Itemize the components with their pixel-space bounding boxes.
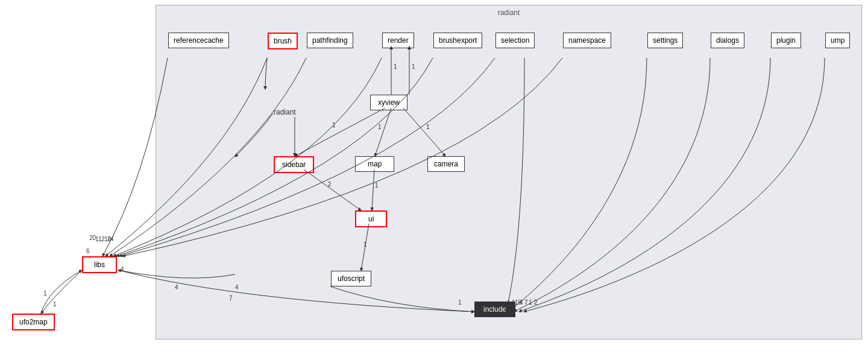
node-namespace: namespace xyxy=(563,33,611,48)
node-libs: libs xyxy=(82,256,117,273)
node-settings: settings xyxy=(647,33,683,48)
svg-text:4: 4 xyxy=(121,266,124,273)
svg-text:1: 1 xyxy=(95,236,99,242)
svg-line-11 xyxy=(361,224,369,271)
node-ufo2map: ufo2map xyxy=(12,314,55,330)
svg-text:1: 1 xyxy=(98,236,102,242)
main-title: radiant xyxy=(498,8,520,17)
node-dialogs: dialogs xyxy=(711,33,744,48)
svg-text:1: 1 xyxy=(375,182,379,189)
node-camera: camera xyxy=(427,156,465,172)
node-map: map xyxy=(355,156,394,172)
svg-text:20: 20 xyxy=(89,235,96,241)
svg-text:4: 4 xyxy=(110,236,114,242)
node-referencecache: referencecache xyxy=(168,33,229,48)
node-ufoscript: ufoscript xyxy=(331,271,371,286)
svg-line-9 xyxy=(372,169,374,210)
svg-line-0 xyxy=(295,108,385,156)
svg-text:1: 1 xyxy=(426,124,430,130)
node-ui: ui xyxy=(355,210,387,227)
svg-text:2: 2 xyxy=(107,236,111,242)
svg-text:10: 10 xyxy=(104,236,112,242)
label-radiant: radiant xyxy=(274,108,296,116)
node-brushexport: brushexport xyxy=(433,33,482,48)
node-pathfinding: pathfinding xyxy=(307,33,353,48)
node-plugin: plugin xyxy=(771,33,801,48)
svg-text:1: 1 xyxy=(43,290,47,297)
svg-text:1: 1 xyxy=(378,124,382,130)
node-include: include xyxy=(474,302,515,317)
svg-text:6: 6 xyxy=(86,248,90,254)
node-selection: selection xyxy=(495,33,535,48)
node-sidebar: sidebar xyxy=(274,156,314,173)
svg-text:1: 1 xyxy=(332,122,336,128)
node-render: render xyxy=(382,33,414,48)
main-container: radiant referencecache brush pathfinding… xyxy=(156,5,862,339)
svg-line-4 xyxy=(403,108,445,156)
svg-text:1: 1 xyxy=(363,241,367,248)
svg-text:2: 2 xyxy=(328,181,332,188)
node-ump: ump xyxy=(825,33,850,48)
page-wrapper: radiant referencecache brush pathfinding… xyxy=(0,0,868,360)
svg-line-2 xyxy=(375,108,391,156)
svg-line-7 xyxy=(304,169,361,210)
svg-text:2: 2 xyxy=(101,236,105,242)
svg-text:1: 1 xyxy=(412,63,415,70)
svg-text:1: 1 xyxy=(53,301,57,308)
node-xyview: xyview xyxy=(370,95,407,110)
node-brush: brush xyxy=(268,33,298,49)
svg-text:1: 1 xyxy=(394,63,397,70)
arrows-inside: 1 1 1 2 1 1 1 1 xyxy=(156,5,861,339)
